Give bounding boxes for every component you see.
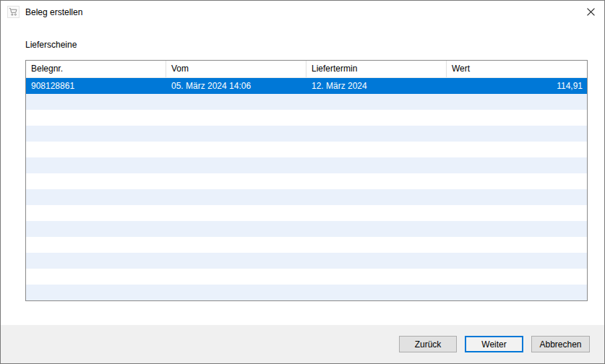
table-row-empty — [26, 94, 587, 110]
title-bar: Beleg erstellen — [1, 1, 604, 23]
cell-vom: 05. März 2024 14:06 — [166, 78, 306, 94]
column-header-liefertermin[interactable]: Liefertermin — [306, 61, 447, 77]
table-row-empty — [26, 157, 587, 173]
column-header-belegnr[interactable]: Belegnr. — [26, 61, 166, 77]
table-row-empty — [26, 142, 587, 157]
footer: Zurück Weiter Abbrechen — [1, 325, 604, 363]
next-button[interactable]: Weiter — [465, 336, 523, 352]
window-title: Beleg erstellen — [25, 7, 82, 17]
table-row-empty — [26, 269, 587, 285]
table-row-empty — [26, 221, 587, 237]
dialog-window: Beleg erstellen Lieferscheine Belegnr. V… — [0, 0, 605, 364]
table-row-selected[interactable]: 908128861 05. März 2024 14:06 12. März 2… — [26, 78, 587, 94]
table-row-empty — [26, 189, 587, 205]
section-label: Lieferscheine — [25, 40, 77, 50]
cell-liefertermin: 12. März 2024 — [306, 78, 447, 94]
table-header: Belegnr. Vom Liefertermin Wert — [26, 61, 587, 78]
table-body: 908128861 05. März 2024 14:06 12. März 2… — [26, 78, 587, 300]
table-row-empty — [26, 285, 587, 300]
cart-icon — [7, 6, 20, 18]
table-row-empty — [26, 237, 587, 253]
lieferscheine-table[interactable]: Belegnr. Vom Liefertermin Wert 908128861… — [25, 60, 588, 301]
cell-belegnr: 908128861 — [26, 78, 166, 94]
table-row-empty — [26, 126, 587, 142]
cell-wert: 114,91 — [447, 78, 587, 94]
table-row-empty — [26, 205, 587, 221]
column-header-wert[interactable]: Wert — [447, 61, 587, 77]
close-icon — [587, 8, 595, 16]
column-header-vom[interactable]: Vom — [166, 61, 306, 77]
back-button[interactable]: Zurück — [399, 336, 457, 352]
table-row-empty — [26, 173, 587, 189]
table-row-empty — [26, 253, 587, 269]
close-button[interactable] — [582, 4, 599, 20]
cancel-button[interactable]: Abbrechen — [531, 336, 590, 352]
table-row-empty — [26, 110, 587, 126]
